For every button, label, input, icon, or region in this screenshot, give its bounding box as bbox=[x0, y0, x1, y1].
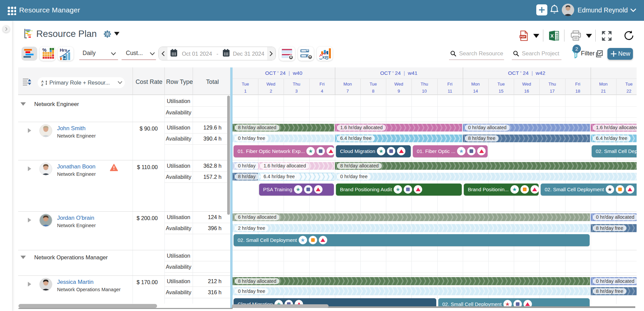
svg-text:KPI: KPI bbox=[323, 55, 329, 59]
svg-text:%: % bbox=[42, 47, 47, 53]
svg-text:Z: Z bbox=[41, 83, 43, 86]
svg-text:X: X bbox=[550, 33, 554, 39]
svg-text:Hrs: Hrs bbox=[60, 48, 67, 53]
svg-text:PDF: PDF bbox=[521, 35, 526, 38]
